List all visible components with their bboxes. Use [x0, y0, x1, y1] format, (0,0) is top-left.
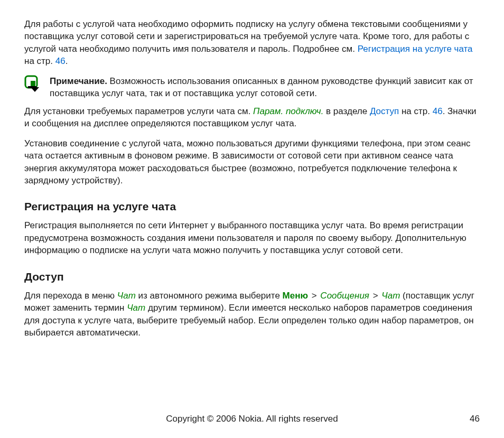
text: Для перехода в меню: [24, 291, 117, 301]
note-block: Примечание. Возможность использования оп…: [24, 75, 480, 100]
separator: >: [369, 291, 381, 301]
text: на стр.: [24, 56, 55, 66]
heading-registration: Регистрация на услуге чата: [24, 200, 480, 213]
note-icon: [24, 75, 41, 95]
svg-rect-1: [31, 81, 35, 86]
paragraph-1: Для работы с услугой чата необходимо офо…: [24, 18, 480, 68]
ui-term: Сообщения: [320, 291, 369, 301]
text: из автономного режима выберите: [136, 291, 283, 301]
ui-term: Чат: [381, 291, 400, 301]
document-page: Для работы с услугой чата необходимо офо…: [0, 0, 504, 438]
note-label: Примечание.: [50, 76, 107, 86]
link-registration[interactable]: Регистрация на услуге чата: [358, 44, 473, 54]
paragraph-2: Для установки требуемых параметров услуг…: [24, 105, 480, 130]
ui-term: Меню: [283, 291, 308, 301]
page-number: 46: [470, 414, 480, 424]
paragraph-5: Для перехода в меню Чат из автономного р…: [24, 290, 480, 339]
note-text: Примечание. Возможность использования оп…: [50, 75, 480, 100]
text: Для установки требуемых параметров услуг…: [24, 106, 253, 116]
text: .: [66, 56, 68, 66]
text: в разделе: [323, 106, 370, 116]
link-access[interactable]: Доступ: [370, 106, 399, 116]
paragraph-4: Регистрация выполняется по сети Интернет…: [24, 219, 480, 256]
text: на стр.: [399, 106, 432, 116]
note-body: Возможность использования описанных в да…: [50, 76, 473, 98]
separator: >: [308, 291, 320, 301]
link-page-46[interactable]: 46: [433, 106, 443, 116]
ui-term: Парам. подключ.: [253, 106, 323, 116]
paragraph-3: Установив соединение с услугой чата, мож…: [24, 137, 480, 187]
link-page-46[interactable]: 46: [55, 56, 66, 66]
svg-rect-2: [28, 86, 36, 88]
ui-term: Чат: [127, 303, 145, 313]
heading-access: Доступ: [24, 271, 480, 283]
ui-term: Чат: [117, 291, 136, 301]
page-footer: Copyright © 2006 Nokia. All rights reser…: [24, 414, 480, 424]
copyright-text: Copyright © 2006 Nokia. All rights reser…: [166, 414, 338, 424]
